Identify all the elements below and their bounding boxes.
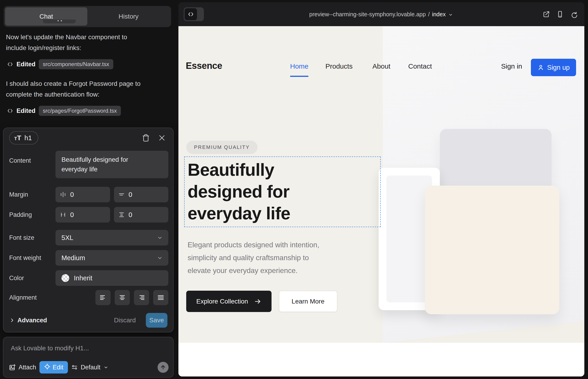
nav-link-about[interactable]: About — [372, 63, 390, 70]
margin-y-input[interactable]: 0 — [114, 187, 169, 202]
alignment-row: Alignment — [9, 290, 168, 305]
explore-collection-button[interactable]: Explore Collection — [186, 291, 272, 312]
site-viewport: Essence Home Products About Contact Sign… — [178, 26, 584, 377]
chat-message-line: Now let's update the Navbar component to — [6, 32, 167, 42]
padding-x-icon — [60, 211, 66, 218]
arrow-right-icon — [254, 298, 262, 305]
chevron-down-icon — [448, 12, 453, 17]
align-left-icon — [99, 294, 107, 301]
edited-file-row: Edited src/components/Navbar.tsx — [7, 59, 113, 69]
chat-composer[interactable]: Ask Lovable to modify H1... Attach Edit — [3, 337, 174, 378]
site-logo[interactable]: Essence — [186, 61, 222, 71]
save-button[interactable]: Save — [146, 313, 167, 328]
align-left-button[interactable] — [95, 290, 110, 305]
padding-x-input[interactable]: 0 — [56, 207, 110, 222]
crosshair-icon — [44, 363, 50, 371]
image-plus-icon — [9, 364, 16, 371]
align-center-button[interactable] — [115, 290, 130, 305]
hero-cta-row: Explore Collection Learn More — [186, 291, 337, 312]
chat-sidebar: Chat History Now let's update the Navbar… — [0, 0, 175, 379]
advanced-toggle[interactable]: Advanced — [9, 317, 47, 324]
file-chip[interactable]: src/components/Navbar.tsx — [39, 59, 113, 69]
code-icon — [7, 61, 13, 67]
align-justify-icon — [157, 294, 165, 301]
font-size-select[interactable]: 5XL — [56, 230, 168, 245]
file-chip[interactable]: src/pages/ForgotPassword.tsx — [39, 106, 121, 116]
send-button[interactable] — [157, 362, 169, 373]
content-textarea[interactable]: Beautifully designed for everyday life — [56, 151, 168, 178]
nav-link-contact[interactable]: Contact — [408, 63, 432, 70]
chevron-right-icon — [9, 317, 15, 323]
open-external-button[interactable] — [542, 11, 550, 18]
chat-message: I should also create a Forgot Password p… — [6, 78, 167, 100]
attach-button[interactable]: Attach — [9, 364, 36, 371]
sign-up-button[interactable]: Sign up — [531, 59, 576, 76]
composer-toolbar: Attach Edit Default — [9, 361, 169, 374]
topbar-actions — [542, 2, 577, 26]
hero-heading[interactable]: Beautifully designed for everyday life — [187, 159, 290, 224]
close-panel-button[interactable] — [156, 132, 167, 143]
discard-button[interactable]: Discard — [114, 316, 136, 324]
margin-y-icon — [118, 191, 125, 198]
font-weight-select[interactable]: Medium — [56, 250, 168, 266]
chevron-down-icon — [156, 254, 163, 261]
sign-in-link[interactable]: Sign in — [501, 63, 522, 70]
chat-message-line: I should also create a Forgot Password p… — [6, 78, 167, 89]
edited-label: Edited — [16, 107, 35, 114]
alignment-label: Alignment — [9, 294, 56, 301]
tab-history[interactable]: History — [87, 7, 170, 26]
editor-header: TT h1 — [9, 130, 167, 145]
code-icon — [7, 108, 13, 114]
external-link-icon — [542, 11, 550, 18]
margin-label: Margin — [9, 191, 56, 198]
margin-row: Margin 0 0 — [9, 187, 168, 202]
font-weight-row: Font weight Medium — [9, 250, 168, 266]
refresh-icon — [570, 11, 577, 18]
preview-browser: preview--charming-site-symphony.lovable.… — [178, 2, 584, 377]
nav-link-products[interactable]: Products — [325, 63, 353, 70]
sliders-icon — [71, 364, 78, 371]
chevron-down-icon — [103, 364, 109, 370]
padding-row: Padding 0 0 — [9, 207, 168, 222]
margin-x-input[interactable]: 0 — [56, 187, 110, 202]
font-size-row: Font size 5XL — [9, 230, 168, 245]
edited-label: Edited — [16, 61, 35, 68]
hero-paragraph: Elegant products designed with intention… — [187, 238, 319, 277]
padding-y-input[interactable]: 0 — [114, 207, 169, 222]
user-icon — [537, 64, 544, 71]
sidebar-tabbar: Chat History — [4, 6, 171, 27]
chat-message-line: complete the authentication flow: — [6, 89, 167, 100]
arrow-up-icon — [160, 364, 166, 370]
url-bar[interactable]: preview--charming-site-symphony.lovable.… — [178, 2, 584, 26]
app-root: Chat History Now let's update the Navbar… — [0, 0, 588, 379]
element-editor-panel: TT h1 Content Beautifully designed for e… — [3, 127, 174, 332]
align-right-icon — [138, 294, 145, 301]
editor-footer: Advanced Discard Save — [9, 313, 167, 328]
refresh-button[interactable] — [570, 11, 577, 18]
font-weight-label: Font weight — [9, 254, 56, 262]
mobile-preview-button[interactable] — [556, 11, 564, 18]
chat-message: Now let's update the Navbar component to… — [6, 32, 167, 53]
chat-message-line: include login/register links: — [6, 42, 167, 53]
content-label: Content — [9, 151, 56, 178]
element-tag-badge[interactable]: TT h1 — [9, 131, 38, 144]
next-section-background — [178, 343, 584, 377]
align-right-button[interactable] — [134, 290, 149, 305]
decor-cream-card — [425, 186, 559, 314]
site-navbar: Essence Home Products About Contact Sign… — [178, 26, 584, 83]
preview-topbar: preview--charming-site-symphony.lovable.… — [178, 2, 584, 26]
align-justify-button[interactable] — [153, 290, 168, 305]
scrolled-chip-fragment — [43, 19, 76, 23]
delete-element-button[interactable] — [140, 132, 151, 143]
color-label: Color — [9, 275, 56, 282]
learn-more-button[interactable]: Learn More — [279, 291, 337, 312]
nav-link-home[interactable]: Home — [290, 63, 309, 70]
color-select[interactable]: Inherit — [56, 270, 168, 286]
smartphone-icon — [556, 11, 564, 18]
margin-x-icon — [60, 191, 66, 198]
chevron-down-icon — [156, 234, 163, 241]
model-default-selector[interactable]: Default — [71, 364, 109, 371]
edit-mode-button[interactable]: Edit — [39, 361, 68, 374]
type-icon: TT — [14, 134, 21, 142]
premium-quality-badge: PREMIUM QUALITY — [186, 141, 258, 154]
